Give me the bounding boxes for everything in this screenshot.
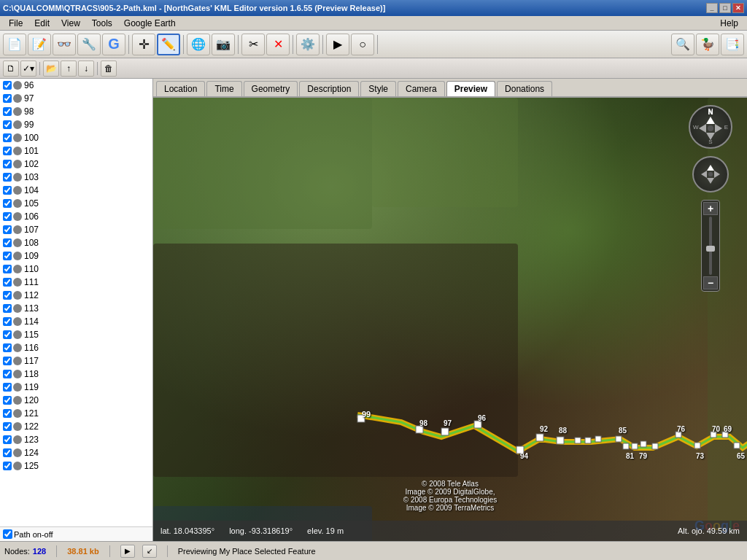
tools-button[interactable]: 🔧 — [77, 34, 101, 55]
maximize-button[interactable]: □ — [719, 3, 731, 13]
tree-item[interactable]: 112 — [0, 289, 152, 302]
menu-view[interactable]: View — [55, 17, 86, 30]
tree-item[interactable]: 106 — [0, 210, 152, 223]
pages-button[interactable]: 📑 — [721, 34, 744, 55]
map-area[interactable]: 99 98 97 96 92 94 88 85 81 79 76 73 70 6… — [153, 98, 747, 541]
tree-item[interactable]: 116 — [0, 341, 152, 354]
tree-checkbox[interactable] — [3, 435, 12, 444]
tree-checkbox[interactable] — [3, 462, 12, 470]
tree-checkbox[interactable] — [3, 330, 12, 339]
tree-checkbox[interactable] — [3, 94, 12, 103]
tree-item[interactable]: 103 — [0, 171, 152, 184]
tree-item[interactable]: 115 — [0, 328, 152, 341]
tree-checkbox[interactable] — [3, 199, 12, 208]
tree-item[interactable]: 101 — [0, 144, 152, 158]
zoom-in-button[interactable]: + — [703, 202, 718, 215]
tab-camera[interactable]: Camera — [398, 81, 445, 96]
menu-help[interactable]: Help — [714, 17, 744, 30]
zoom-track[interactable] — [709, 217, 712, 275]
compass[interactable]: N S W E — [689, 105, 732, 149]
select-button[interactable]: ✏️ — [157, 34, 180, 55]
tree-item[interactable]: 125 — [0, 459, 152, 472]
menu-tools[interactable]: Tools — [86, 17, 118, 30]
scissors-button[interactable]: ✂ — [241, 34, 265, 55]
tree-item[interactable]: 97 — [0, 92, 152, 105]
tree-checkbox[interactable] — [3, 120, 12, 129]
tree-item[interactable]: 108 — [0, 236, 152, 249]
delete-button[interactable]: ✕ — [266, 34, 290, 55]
tree-item[interactable]: 98 — [0, 105, 152, 118]
tree-checkbox[interactable] — [3, 278, 12, 287]
tree-item[interactable]: 124 — [0, 446, 152, 459]
tree-checkbox[interactable] — [3, 133, 12, 142]
tree-checkbox[interactable] — [3, 396, 12, 405]
tree-item[interactable]: 111 — [0, 276, 152, 289]
tree-item[interactable]: 117 — [0, 354, 152, 368]
tree-area[interactable]: 9697989910010110210310410510610710810911… — [0, 79, 152, 526]
tilt-control[interactable] — [692, 156, 729, 192]
status-btn-1[interactable]: ▶ — [120, 545, 135, 558]
tree-item[interactable]: 100 — [0, 131, 152, 144]
camera-button[interactable]: 📷 — [212, 34, 235, 55]
tab-style[interactable]: Style — [360, 81, 396, 96]
tree-checkbox[interactable] — [3, 186, 12, 195]
tree-item[interactable]: 118 — [0, 368, 152, 381]
path-onoff-checkbox[interactable] — [3, 529, 12, 539]
tree-item[interactable]: 110 — [0, 262, 152, 276]
search-button[interactable]: 🔍 — [671, 34, 694, 55]
play-button[interactable]: ▶ — [326, 34, 349, 55]
titlebar-buttons[interactable]: _ □ ✕ — [706, 3, 744, 13]
tree-checkbox[interactable] — [3, 370, 12, 378]
zoom-out-button[interactable]: − — [703, 276, 718, 289]
tree-item[interactable]: 107 — [0, 223, 152, 236]
tree-item[interactable]: 120 — [0, 394, 152, 407]
delete2-button[interactable]: 🗑 — [101, 61, 117, 77]
edit-button[interactable]: 📝 — [28, 34, 51, 55]
tree-checkbox[interactable] — [3, 265, 12, 273]
tree-checkbox[interactable] — [3, 304, 12, 313]
tree-checkbox[interactable] — [3, 212, 12, 221]
tab-description[interactable]: Description — [299, 81, 359, 96]
tree-item[interactable]: 104 — [0, 184, 152, 197]
zoom-thumb[interactable] — [706, 246, 715, 252]
status-btn-2[interactable]: ↙ — [142, 545, 157, 558]
tree-checkbox[interactable] — [3, 173, 12, 182]
tree-checkbox[interactable] — [3, 147, 12, 155]
tree-item[interactable]: 119 — [0, 381, 152, 394]
menu-edit[interactable]: Edit — [28, 17, 55, 30]
menu-google-earth[interactable]: Google Earth — [118, 17, 182, 30]
tree-item[interactable]: 122 — [0, 420, 152, 433]
tree-checkbox[interactable] — [3, 383, 12, 392]
check-dropdown[interactable]: ✓▾ — [20, 61, 36, 77]
tree-checkbox[interactable] — [3, 107, 12, 116]
new2-button[interactable]: 🗋 — [3, 61, 19, 77]
tree-item[interactable]: 102 — [0, 158, 152, 171]
folder-button[interactable]: 📂 — [43, 61, 59, 77]
new-button[interactable]: 📄 — [3, 34, 26, 55]
tab-time[interactable]: Time — [206, 81, 241, 96]
google-earth-button[interactable]: G — [102, 34, 125, 55]
tree-item[interactable]: 121 — [0, 407, 152, 420]
tree-item[interactable]: 105 — [0, 197, 152, 210]
duck-button[interactable]: 🦆 — [696, 34, 719, 55]
tree-checkbox[interactable] — [3, 291, 12, 300]
zoom-control[interactable]: + − — [701, 200, 720, 292]
menu-file[interactable]: File — [3, 17, 28, 30]
tree-checkbox[interactable] — [3, 160, 12, 168]
tree-checkbox[interactable] — [3, 357, 12, 365]
tree-item[interactable]: 96 — [0, 79, 152, 92]
tree-item[interactable]: 114 — [0, 315, 152, 328]
tab-geometry[interactable]: Geometry — [244, 81, 298, 96]
tree-checkbox[interactable] — [3, 448, 12, 457]
tab-location[interactable]: Location — [156, 81, 205, 96]
tree-checkbox[interactable] — [3, 409, 12, 418]
circle-button[interactable]: ○ — [351, 34, 374, 55]
tree-item[interactable]: 123 — [0, 433, 152, 446]
tab-preview[interactable]: Preview — [446, 81, 495, 96]
tree-checkbox[interactable] — [3, 252, 12, 260]
open-button[interactable]: 🌐 — [187, 34, 210, 55]
tree-item[interactable]: 109 — [0, 249, 152, 262]
tab-donations[interactable]: Donations — [497, 81, 552, 96]
tree-checkbox[interactable] — [3, 422, 12, 431]
tree-checkbox[interactable] — [3, 81, 12, 90]
